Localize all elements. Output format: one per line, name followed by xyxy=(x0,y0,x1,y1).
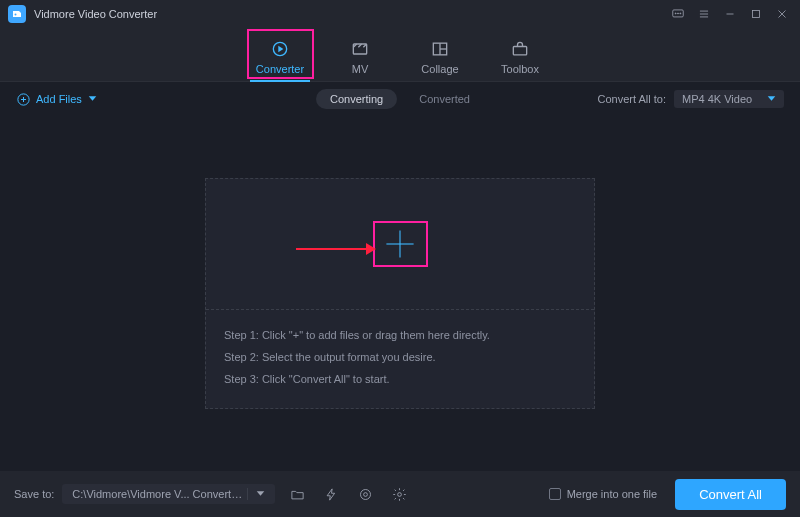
hardware-accel-icon[interactable] xyxy=(319,482,343,506)
tab-label: Collage xyxy=(400,63,480,75)
svg-marker-23 xyxy=(768,96,776,101)
svg-marker-13 xyxy=(278,46,283,53)
svg-point-31 xyxy=(397,492,401,496)
svg-marker-25 xyxy=(366,243,376,255)
tab-toolbox[interactable]: Toolbox xyxy=(480,38,560,81)
feedback-icon[interactable] xyxy=(668,4,688,24)
annotation-arrow xyxy=(296,242,376,260)
add-files-button[interactable]: Add Files xyxy=(16,92,97,107)
app-logo xyxy=(8,5,26,23)
tab-label: Converter xyxy=(240,63,320,75)
chevron-down-icon xyxy=(767,93,776,105)
step-2-text: Step 2: Select the output format you des… xyxy=(224,346,576,368)
tab-converter[interactable]: Converter xyxy=(240,38,320,81)
close-button[interactable] xyxy=(772,4,792,24)
step-1-text: Step 1: Click "+" to add files or drag t… xyxy=(224,324,576,346)
converter-icon xyxy=(240,38,320,60)
toolbar: Add Files Converting Converted Convert A… xyxy=(0,82,800,116)
instruction-steps: Step 1: Click "+" to add files or drag t… xyxy=(206,310,594,408)
settings-icon[interactable] xyxy=(387,482,411,506)
svg-marker-28 xyxy=(257,491,265,496)
collage-icon xyxy=(400,38,480,60)
tab-label: MV xyxy=(320,63,400,75)
toolbox-icon xyxy=(480,38,560,60)
convert-all-button[interactable]: Convert All xyxy=(675,479,786,510)
svg-rect-9 xyxy=(753,11,760,18)
checkbox-icon xyxy=(549,488,561,500)
high-speed-icon[interactable] xyxy=(353,482,377,506)
merge-label: Merge into one file xyxy=(567,488,658,500)
svg-marker-22 xyxy=(89,96,97,101)
dropzone[interactable]: Step 1: Click "+" to add files or drag t… xyxy=(205,178,595,409)
chevron-down-icon xyxy=(247,488,265,500)
chevron-down-icon xyxy=(88,93,97,105)
footer-bar: Save to: C:\Vidmore\Vidmore V... Convert… xyxy=(0,471,800,517)
tab-label: Toolbox xyxy=(480,63,560,75)
step-3-text: Step 3: Click "Convert All" to start. xyxy=(224,368,576,390)
main-nav: Converter MV Collage Toolbox xyxy=(0,28,800,82)
svg-point-4 xyxy=(680,13,681,14)
tab-mv[interactable]: MV xyxy=(320,38,400,81)
minimize-button[interactable] xyxy=(720,4,740,24)
add-files-label: Add Files xyxy=(36,93,82,105)
menu-icon[interactable] xyxy=(694,4,714,24)
app-title: Vidmore Video Converter xyxy=(34,8,157,20)
tab-converting[interactable]: Converting xyxy=(316,89,397,109)
output-format-dropdown[interactable]: MP4 4K Video xyxy=(674,90,784,108)
svg-rect-18 xyxy=(513,47,526,55)
save-to-label: Save to: xyxy=(14,488,54,500)
add-files-plus-button[interactable] xyxy=(373,221,428,267)
svg-point-2 xyxy=(675,13,676,14)
svg-point-29 xyxy=(360,489,370,499)
save-path-value: C:\Vidmore\Vidmore V... Converter\Conver… xyxy=(72,488,247,500)
maximize-button[interactable] xyxy=(746,4,766,24)
merge-checkbox[interactable]: Merge into one file xyxy=(549,488,658,500)
svg-point-0 xyxy=(15,14,17,16)
tab-converted[interactable]: Converted xyxy=(405,89,484,109)
convert-all-to-label: Convert All to: xyxy=(598,93,666,105)
svg-point-3 xyxy=(678,13,679,14)
open-folder-icon[interactable] xyxy=(285,482,309,506)
save-path-dropdown[interactable]: C:\Vidmore\Vidmore V... Converter\Conver… xyxy=(62,484,275,504)
title-bar: Vidmore Video Converter xyxy=(0,0,800,28)
main-area: Step 1: Click "+" to add files or drag t… xyxy=(0,116,800,470)
mv-icon xyxy=(320,38,400,60)
svg-point-30 xyxy=(363,492,367,496)
tab-collage[interactable]: Collage xyxy=(400,38,480,81)
output-format-value: MP4 4K Video xyxy=(682,93,752,105)
